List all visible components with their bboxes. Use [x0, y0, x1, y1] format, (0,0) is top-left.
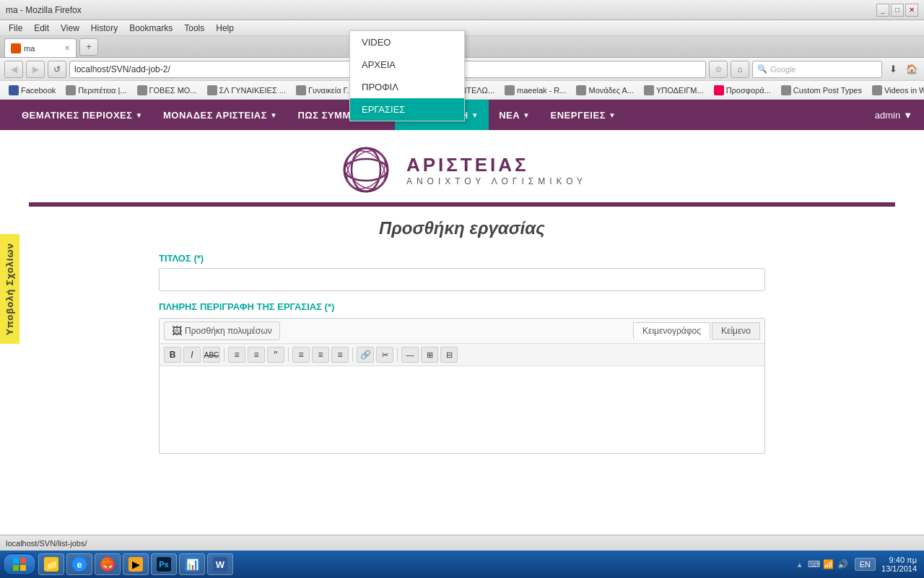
search-bar[interactable]: 🔍 Google	[752, 61, 882, 78]
bookmark-gynaikeia[interactable]: Γυναικεία Γ...	[292, 84, 358, 97]
browser-window-controls: _ □ ✕	[876, 4, 918, 17]
menu-bookmarks[interactable]: Bookmarks	[125, 23, 177, 33]
admin-menu[interactable]: admin ▼	[875, 110, 912, 121]
forward-button[interactable]: ▶	[26, 61, 45, 78]
title-input[interactable]	[159, 268, 765, 291]
nav-item-monades[interactable]: ΜΟΝΑΔΕΣ ΑΡΙΣΤΕΙΑΣ ▼	[153, 100, 287, 130]
bookmark-gobes[interactable]: ΓΟΒΕΣ ΜΟ...	[133, 84, 201, 97]
home-icon-button[interactable]: 🏠	[904, 61, 920, 78]
ie-icon: e	[72, 557, 87, 571]
dropdown-video[interactable]: VIDEO	[350, 31, 464, 53]
format-bold[interactable]: B	[164, 347, 181, 363]
editor-toolbar-top: 🖼 Προσθήκη πολυμέσων Κειμενογράφος Κείμε…	[160, 319, 764, 344]
download-button[interactable]: ⬇	[885, 61, 901, 78]
menu-edit[interactable]: Edit	[30, 23, 53, 33]
bookmark-facebook[interactable]: Facebook	[4, 84, 60, 97]
format-align-left[interactable]: ≡	[292, 347, 310, 363]
new-tab-button[interactable]: +	[79, 38, 98, 56]
dropdown-profil[interactable]: ΠΡΟΦΙΛ	[350, 76, 464, 98]
format-fullscreen[interactable]: ⊟	[440, 347, 458, 363]
description-label: ΠΛΗΡΗΣ ΠΕΡΙΓΡΑΦΗ ΤΗΣ ΕΡΓΑΣΙΑΣ (*)	[159, 301, 765, 312]
nav-item-nea[interactable]: ΝΕΑ ▼	[489, 100, 540, 130]
admin-arrow: ▼	[903, 110, 912, 121]
tab-close-button[interactable]: ✕	[64, 44, 70, 52]
app2-icon: 📊	[185, 557, 199, 571]
job-form: ΤΙΤΛΟΣ (*) ΠΛΗΡΗΣ ΠΕΡΙΓΡΑΦΗ ΤΗΣ ΕΡΓΑΣΙΑΣ…	[0, 246, 924, 461]
taskbar-system-tray: ▲ ⌨ 📶 🔊 EN 9:40 πμ 13/1/2014	[794, 556, 921, 573]
nav-item-thematikes[interactable]: ΘΕΜΑΤΙΚΕΣ ΠΕΡΙΟΧΕΣ ▼	[12, 100, 153, 130]
bookmark-ypodeigm[interactable]: ΥΠΟΔΕΙΓΜ...	[640, 84, 708, 97]
format-italic[interactable]: I	[183, 347, 201, 363]
bookmark-label-8: maeelak - R...	[517, 86, 566, 95]
bookmark-maeelak[interactable]: maeelak - R...	[500, 84, 570, 97]
bookmark-peripeteia[interactable]: Περιπέτεια |...	[61, 84, 131, 97]
nav-label-energeies: ΕΝΕΡΓΕΙΕΣ	[550, 110, 605, 121]
search-placeholder: Google	[770, 65, 796, 74]
side-submit-tab[interactable]: Υποβολή Σχολίων	[0, 234, 19, 344]
taskbar-media[interactable]: ▶	[123, 553, 149, 575]
search-icon: 🔍	[757, 64, 767, 74]
svg-rect-6	[20, 558, 26, 564]
menu-file[interactable]: File	[4, 23, 27, 33]
bookmark-icon-2	[66, 85, 76, 95]
dropdown-ergasies[interactable]: ΕΡΓΑΣΙΕΣ	[350, 98, 464, 121]
bookmark-prosfora[interactable]: Προσφορά...	[710, 84, 775, 97]
bookmark-icon-12	[781, 85, 791, 95]
bookmark-monades[interactable]: Μονάδες Α...	[572, 84, 637, 97]
format-unlink[interactable]: ✂	[376, 347, 393, 363]
taskbar-app2[interactable]: 📊	[179, 553, 205, 575]
format-divider-4	[397, 348, 398, 362]
editor-body[interactable]	[160, 366, 764, 453]
nav-arrow-energeies: ▼	[609, 111, 616, 119]
format-align-center[interactable]: ≡	[312, 347, 329, 363]
bookmark-star-button[interactable]: ☆	[709, 61, 728, 78]
format-blockquote[interactable]: "	[267, 347, 284, 363]
home-button[interactable]: ⌂	[731, 61, 749, 78]
tab-text[interactable]: Κείμενο	[712, 322, 760, 340]
language-indicator: EN	[855, 558, 876, 571]
format-unordered-list[interactable]: ≡	[228, 347, 245, 363]
format-divider-2	[288, 348, 289, 362]
taskbar-word[interactable]: W	[207, 553, 233, 575]
bookmark-icon-8	[505, 85, 515, 95]
nav-arrow-monades: ▼	[270, 111, 277, 119]
bookmark-videos-wp[interactable]: Videos in Wordpress	[868, 84, 924, 97]
bookmark-sl[interactable]: ΣΛ ΓΥΝΑΙΚΕΙΕΣ ...	[203, 84, 290, 97]
nav-arrow-vivliothiki: ▼	[471, 111, 479, 119]
close-button[interactable]: ✕	[905, 4, 918, 17]
menu-view[interactable]: View	[56, 23, 84, 33]
browser-tab[interactable]: ma ✕	[4, 38, 77, 57]
page-title: Προσθήκη εργασίας	[0, 218, 924, 238]
notif-up-arrow[interactable]: ▲	[794, 558, 806, 570]
svg-point-1	[352, 148, 380, 191]
format-link[interactable]: 🔗	[357, 347, 374, 363]
bookmark-icon-9	[576, 85, 586, 95]
taskbar-photoshop[interactable]: Ps	[151, 553, 177, 575]
taskbar-firefox[interactable]: 🦊	[95, 553, 121, 575]
add-media-button[interactable]: 🖼 Προσθήκη πολυμέσων	[164, 322, 280, 340]
dropdown-arxeia[interactable]: ΑΡΧΕΙΑ	[350, 53, 464, 76]
bookmark-icon-5	[296, 85, 306, 95]
bookmark-custom-post-types[interactable]: Custom Post Types	[777, 84, 866, 97]
logo-subtitle: ΑΝΟΙΧΤΟΥ ΛΟΓΙΣΜΙΚΟΥ	[406, 176, 587, 186]
minimize-button[interactable]: _	[876, 4, 889, 17]
facebook-icon	[9, 85, 19, 95]
maximize-button[interactable]: □	[891, 4, 904, 17]
firefox-icon: 🦊	[100, 557, 115, 571]
nav-item-energeies[interactable]: ΕΝΕΡΓΕΙΕΣ ▼	[540, 100, 626, 130]
reload-button[interactable]: ↺	[48, 61, 66, 78]
menu-tools[interactable]: Tools	[180, 23, 209, 33]
format-hr[interactable]: —	[401, 347, 419, 363]
menu-help[interactable]: Help	[212, 23, 238, 33]
start-button[interactable]	[3, 553, 36, 575]
format-ordered-list[interactable]: ≡	[248, 347, 265, 363]
menu-history[interactable]: History	[87, 23, 122, 33]
format-strikethrough[interactable]: ABC	[203, 347, 220, 363]
tab-visual[interactable]: Κειμενογράφος	[633, 322, 710, 340]
taskbar-explorer[interactable]: 📁	[38, 553, 64, 575]
rich-text-editor: 🖼 Προσθήκη πολυμέσων Κειμενογράφος Κείμε…	[159, 318, 765, 454]
taskbar-ie[interactable]: e	[66, 553, 92, 575]
back-button[interactable]: ◀	[4, 61, 23, 78]
format-align-right[interactable]: ≡	[331, 347, 349, 363]
format-table[interactable]: ⊞	[421, 347, 438, 363]
